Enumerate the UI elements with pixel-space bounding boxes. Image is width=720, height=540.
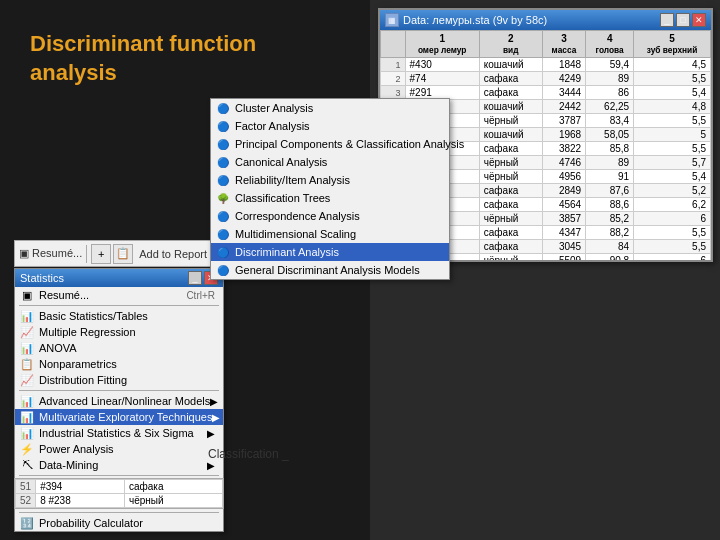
row-cell: 87,6: [586, 184, 634, 198]
row-cell: 88,2: [586, 226, 634, 240]
row-cell: 2849: [542, 184, 585, 198]
row-cell: 5,4: [634, 86, 711, 100]
menu-item-nonparam[interactable]: 📋 Nonparametrics: [15, 356, 223, 372]
stats-menu-title: Statistics _ ✕: [15, 269, 223, 287]
close-button[interactable]: ✕: [692, 13, 706, 27]
row-cell: 59,4: [586, 58, 634, 72]
basic-stats-icon: 📊: [19, 308, 35, 324]
menu-item-distrib[interactable]: 📈 Distribution Fitting: [15, 372, 223, 388]
menu-item-anova[interactable]: 📊 ANOVA: [15, 340, 223, 356]
mds-icon: 🔵: [215, 226, 231, 242]
row-cell: 58,05: [586, 128, 634, 142]
row-cell: #430: [405, 58, 479, 72]
col-header-1: 1омер лемур: [405, 31, 479, 58]
row-num: 1: [381, 58, 406, 72]
pca-icon: 🔵: [215, 136, 231, 152]
submenu-general-discriminant[interactable]: 🔵 General Discriminant Analysis Models: [211, 261, 449, 279]
toolbar-btn-1[interactable]: +: [91, 244, 111, 264]
bottom-table: 51 #394 сафака 52 8 #238 чёрный: [15, 479, 223, 508]
submenu-discriminant[interactable]: 🔵 Discriminant Analysis: [211, 243, 449, 261]
minimize-button[interactable]: _: [660, 13, 674, 27]
row-cell: 88,6: [586, 198, 634, 212]
row-cell: 4249: [542, 72, 585, 86]
window-controls: _ □ ✕: [660, 13, 706, 27]
table-row: 2#74сафака4249895,5: [381, 72, 711, 86]
submenu-class-trees[interactable]: 🌳 Classification Trees: [211, 189, 449, 207]
row-cell: 3444: [542, 86, 585, 100]
menu-item-probability[interactable]: 🔢 Probability Calculator: [15, 515, 223, 531]
submenu-multivariate: 🔵 Cluster Analysis 🔵 Factor Analysis 🔵 P…: [210, 98, 450, 280]
row-cell: 5,5: [634, 142, 711, 156]
toolbar-btn-2[interactable]: 📋: [113, 244, 133, 264]
power-icon: ⚡: [19, 441, 35, 457]
menu-sep-1: [19, 305, 219, 306]
menu-item-advanced[interactable]: 📊 Advanced Linear/Nonlinear Models ▶: [15, 393, 223, 409]
row-cell: чёрный: [479, 156, 542, 170]
row-cell: 62,25: [586, 100, 634, 114]
maximize-button[interactable]: □: [676, 13, 690, 27]
row-cell: 6: [634, 212, 711, 226]
table-row: 1#430кошачий184859,44,5: [381, 58, 711, 72]
menu-sep-2: [19, 390, 219, 391]
row-cell: 86: [586, 86, 634, 100]
page-title: Discriminant functionanalysis: [30, 30, 256, 87]
general-discriminant-icon: 🔵: [215, 262, 231, 278]
stats-min-btn[interactable]: _: [188, 271, 202, 285]
row-cell: 1848: [542, 58, 585, 72]
row-cell: 4347: [542, 226, 585, 240]
submenu-pca[interactable]: 🔵 Principal Components & Classification …: [211, 135, 449, 153]
row-cell: 4956: [542, 170, 585, 184]
row-cell: 3857: [542, 212, 585, 226]
row-cell: 2442: [542, 100, 585, 114]
row-cell: чёрный: [479, 254, 542, 261]
row-cell: сафака: [479, 240, 542, 254]
menu-item-power[interactable]: ⚡ Power Analysis: [15, 441, 223, 457]
menu-item-multivariate[interactable]: 📊 Multivariate Exploratory Techniques ▶: [15, 409, 223, 425]
row-cell: сафака: [479, 226, 542, 240]
row-cell: 3787: [542, 114, 585, 128]
discriminant-icon: 🔵: [215, 244, 231, 260]
row-cell: 89: [586, 72, 634, 86]
menu-item-basic-stats[interactable]: 📊 Basic Statistics/Tables: [15, 308, 223, 324]
submenu-canonical[interactable]: 🔵 Canonical Analysis: [211, 153, 449, 171]
advanced-icon: 📊: [19, 393, 35, 409]
row-cell: 3045: [542, 240, 585, 254]
class-trees-icon: 🌳: [215, 190, 231, 206]
col-header-2: 2вид: [479, 31, 542, 58]
row-id-51: #394: [36, 480, 125, 494]
row-cell: 3822: [542, 142, 585, 156]
row-cell: сафака: [479, 198, 542, 212]
anova-icon: 📊: [19, 340, 35, 356]
menu-item-multiple-reg[interactable]: 📈 Multiple Regression: [15, 324, 223, 340]
add-to-report-label[interactable]: Add to Report ▼: [139, 248, 221, 260]
row-cell: 5,5: [634, 72, 711, 86]
submenu-correspondence[interactable]: 🔵 Correspondence Analysis: [211, 207, 449, 225]
row-num: 2: [381, 72, 406, 86]
row-cell: 6,2: [634, 198, 711, 212]
row-id-52: 8 #238: [36, 494, 125, 508]
menu-item-resume[interactable]: ▣ Resumé... Ctrl+R: [15, 287, 223, 303]
menu-item-industrial[interactable]: 📊 Industrial Statistics & Six Sigma ▶: [15, 425, 223, 441]
menu-item-datamining[interactable]: ⛏ Data-Mining ▶: [15, 457, 223, 473]
canonical-icon: 🔵: [215, 154, 231, 170]
row-cell: 5,5: [634, 240, 711, 254]
submenu-factor[interactable]: 🔵 Factor Analysis: [211, 117, 449, 135]
table-row: 51 #394 сафака: [16, 480, 223, 494]
row-cell: 84: [586, 240, 634, 254]
row-cell: 4,8: [634, 100, 711, 114]
submenu-mds[interactable]: 🔵 Multidimensional Scaling: [211, 225, 449, 243]
submenu-cluster[interactable]: 🔵 Cluster Analysis: [211, 99, 449, 117]
submenu-reliability[interactable]: 🔵 Reliability/Item Analysis: [211, 171, 449, 189]
row-cell: 5509: [542, 254, 585, 261]
row-cell: чёрный: [479, 114, 542, 128]
data-window-titlebar[interactable]: ▦ Data: лемуры.sta (9v by 58c) _ □ ✕: [380, 10, 711, 30]
distrib-icon: 📈: [19, 372, 35, 388]
data-window-icon: ▦: [385, 13, 399, 27]
row-cell: 5,7: [634, 156, 711, 170]
row-cell: сафака: [479, 184, 542, 198]
menu-sep-3: [19, 475, 219, 476]
row-cell: 5,4: [634, 170, 711, 184]
cluster-icon: 🔵: [215, 100, 231, 116]
col-header-row: [381, 31, 406, 58]
row-cell: 85,2: [586, 212, 634, 226]
